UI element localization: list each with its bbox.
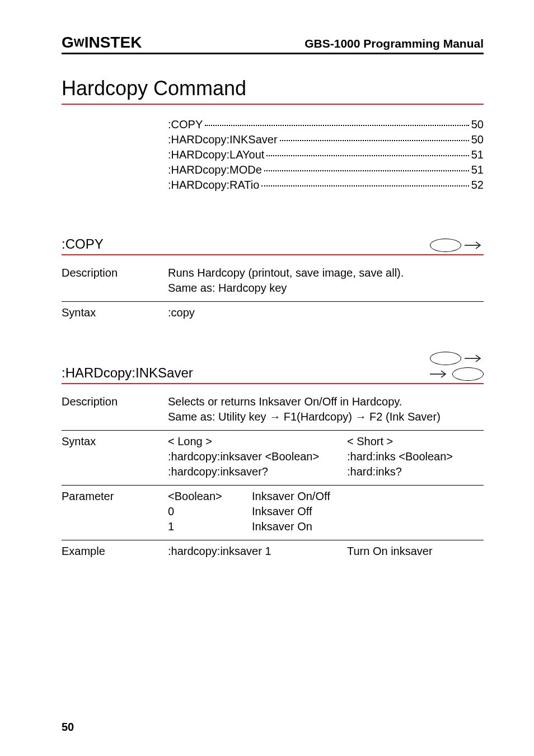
logo-w: W [74, 36, 85, 49]
toc-dots [266, 155, 469, 156]
syntax-header-row: < Long > < Short > [168, 435, 484, 448]
toc-page: 50 [471, 118, 484, 131]
toc-dots [264, 170, 469, 171]
brand-logo: GWINSTEK [62, 34, 142, 52]
row-label: Description [62, 395, 168, 426]
logo-g: G [62, 34, 74, 51]
toc-row: :HARDcopy:RATio 52 [168, 179, 484, 192]
long-syntax: :hardcopy:inksaver <Boolean> [168, 450, 347, 463]
toc-dots [261, 185, 469, 186]
long-header: < Long > [168, 435, 347, 448]
set-glyph [430, 352, 484, 365]
manual-title: GBS-1000 Programming Manual [305, 37, 484, 50]
description-row: Description Selects or returns Inksaver … [62, 391, 484, 431]
table-of-contents: :COPY 50 :HARDcopy:INKSaver 50 :HARDcopy… [168, 118, 484, 192]
desc-text: Same as: Hardcopy key [168, 282, 484, 295]
command-name: :COPY [62, 236, 104, 252]
page-number: 50 [62, 721, 74, 734]
long-syntax: :hardcopy:inksaver? [168, 465, 347, 478]
toc-dots [280, 140, 469, 141]
toc-page: 50 [471, 133, 484, 146]
command-copy: :COPY Description Runs Hardcopy (printou… [62, 236, 484, 324]
parameter-row: Parameter <Boolean> Inksaver On/Off 0 In… [62, 486, 484, 540]
toc-row: :COPY 50 [168, 118, 484, 131]
example-cmd: :hardcopy:inksaver 1 [168, 545, 347, 558]
short-syntax: :hard:inks <Boolean> [347, 450, 484, 463]
command-glyphs [430, 239, 484, 252]
toc-label: :HARDcopy:RATio [168, 179, 259, 192]
row-body: <Boolean> Inksaver On/Off 0 Inksaver Off… [168, 490, 484, 535]
param-line: 1 Inksaver On [168, 520, 484, 533]
row-body: :hardcopy:inksaver 1 Turn On inksaver [168, 545, 484, 558]
row-label: Example [62, 545, 168, 558]
param-val: Inksaver Off [252, 505, 484, 518]
toc-page: 51 [471, 164, 484, 176]
row-body: :copy [168, 306, 484, 319]
toc-page: 51 [471, 148, 484, 161]
arrow-right-icon [465, 352, 484, 365]
example-row: Example :hardcopy:inksaver 1 Turn On ink… [62, 540, 484, 562]
row-label: Description [62, 267, 168, 297]
desc-text: Selects or returns Inksaver On/Off in Ha… [168, 395, 484, 408]
syntax-query-row: :hardcopy:inksaver? :hard:inks? [168, 465, 484, 478]
row-label: Syntax [62, 306, 168, 319]
param-line: <Boolean> Inksaver On/Off [168, 490, 484, 503]
toc-row: :HARDcopy:LAYout 51 [168, 148, 484, 161]
query-glyph [430, 367, 484, 381]
desc-text: Runs Hardcopy (printout, save image, sav… [168, 267, 484, 279]
set-glyph [430, 239, 484, 252]
command-inksaver: :HARDcopy:INKSaver Description Selects o… [62, 352, 484, 562]
toc-dots [205, 125, 469, 126]
short-syntax: :hard:inks? [347, 465, 484, 478]
row-body: < Long > < Short > :hardcopy:inksaver <B… [168, 435, 484, 480]
syntax-row: Syntax :copy [62, 302, 484, 324]
short-header: < Short > [347, 435, 484, 448]
param-key: <Boolean> [168, 490, 252, 503]
row-label: Syntax [62, 435, 168, 480]
param-key: 1 [168, 520, 252, 533]
logo-rest: INSTEK [85, 34, 142, 51]
command-header: :COPY [62, 236, 484, 255]
param-val: Inksaver On/Off [252, 490, 484, 503]
toc-label: :HARDcopy:INKSaver [168, 133, 278, 146]
oval-icon [430, 352, 461, 365]
row-body: Runs Hardcopy (printout, save image, sav… [168, 267, 484, 297]
row-body: Selects or returns Inksaver On/Off in Ha… [168, 395, 484, 426]
command-glyphs [430, 352, 484, 381]
param-val: Inksaver On [252, 520, 484, 533]
example-result: Turn On inksaver [347, 545, 484, 558]
param-key: 0 [168, 505, 252, 518]
section-title: Hardcopy Command [62, 77, 484, 105]
param-line: 0 Inksaver Off [168, 505, 484, 518]
command-name: :HARDcopy:INKSaver [62, 365, 193, 381]
arrow-right-icon [465, 239, 484, 252]
toc-row: :HARDcopy:INKSaver 50 [168, 133, 484, 146]
toc-label: :COPY [168, 118, 203, 131]
command-header: :HARDcopy:INKSaver [62, 352, 484, 384]
arrow-right-icon [430, 367, 449, 381]
toc-label: :HARDcopy:LAYout [168, 148, 264, 161]
row-label: Parameter [62, 490, 168, 535]
description-row: Description Runs Hardcopy (printout, sav… [62, 262, 484, 302]
example-line: :hardcopy:inksaver 1 Turn On inksaver [168, 545, 484, 558]
toc-label: :HARDcopy:MODe [168, 164, 262, 176]
desc-text: Same as: Utility key → F1(Hardcopy) → F2… [168, 410, 484, 423]
toc-row: :HARDcopy:MODe 51 [168, 164, 484, 176]
page-header: GWINSTEK GBS-1000 Programming Manual [62, 34, 484, 54]
toc-page: 52 [471, 179, 484, 192]
oval-icon [430, 239, 461, 252]
syntax-row: Syntax < Long > < Short > :hardcopy:inks… [62, 431, 484, 486]
oval-icon [452, 367, 484, 381]
syntax-set-row: :hardcopy:inksaver <Boolean> :hard:inks … [168, 450, 484, 463]
